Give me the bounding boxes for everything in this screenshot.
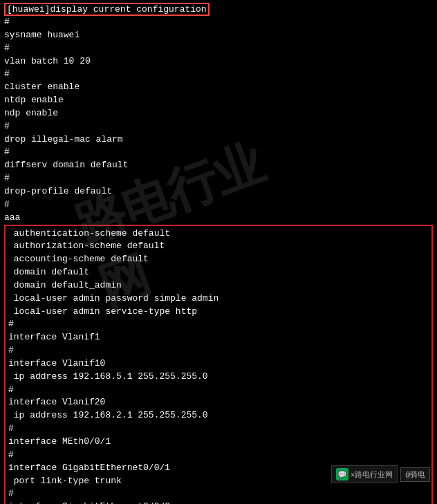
aaa-line: domain default_admin bbox=[8, 279, 429, 292]
line: vlan batch 10 20 bbox=[4, 55, 433, 68]
line: # bbox=[4, 198, 433, 212]
interface-vlanif1: interface Vlanif1 bbox=[8, 331, 429, 344]
line: ntdp enable bbox=[4, 94, 433, 107]
line: # bbox=[8, 344, 429, 357]
line: drop-profile default bbox=[4, 185, 433, 198]
port-link-type-trunk-1: port link-type trunk bbox=[8, 475, 429, 488]
line: sysname huawei bbox=[4, 29, 433, 42]
config-block: authentication-scheme default authorizat… bbox=[4, 225, 433, 505]
line: drop illegal-mac alarm bbox=[4, 133, 433, 147]
line: # bbox=[8, 318, 429, 331]
aaa-line: authentication-scheme default bbox=[8, 227, 429, 241]
line: # bbox=[8, 384, 429, 397]
ip-address-vlanif10: ip address 192.168.5.1 255.255.255.0 bbox=[8, 371, 429, 384]
interface-vlanif10: interface Vlanif10 bbox=[8, 357, 429, 371]
line: # bbox=[4, 16, 433, 29]
line: ndp enable bbox=[4, 107, 433, 120]
line: diffserv domain default bbox=[4, 159, 433, 172]
line: # bbox=[4, 42, 433, 55]
line: # bbox=[8, 422, 429, 436]
line: # bbox=[4, 146, 433, 159]
interface-ge002: interface GigabitEthernet0/0/2 bbox=[8, 501, 429, 504]
aaa-line: domain default bbox=[8, 266, 429, 279]
line: aaa bbox=[4, 212, 433, 225]
line: # bbox=[4, 172, 433, 185]
terminal-window: [huawei]display current configuration # … bbox=[0, 0, 437, 504]
interface-vlanif20: interface Vlanif20 bbox=[8, 396, 429, 409]
line: cluster enable bbox=[4, 81, 433, 94]
line: # bbox=[8, 487, 429, 501]
aaa-line: local-user admin password simple admin bbox=[8, 292, 429, 306]
interface-ge001: interface GigabitEthernet0/0/1 bbox=[8, 462, 429, 475]
line: # bbox=[4, 120, 433, 133]
interface-meth: interface MEth0/0/1 bbox=[8, 436, 429, 449]
aaa-line: authorization-scheme default bbox=[8, 240, 429, 253]
aaa-line: accounting-scheme default bbox=[8, 253, 429, 266]
line: # bbox=[8, 449, 429, 462]
command-line: [huawei]display current configuration bbox=[4, 3, 210, 16]
aaa-line: local-user admin service-type http bbox=[8, 306, 429, 319]
line: # bbox=[4, 68, 433, 81]
ip-address-vlanif20: ip address 192.168.2.1 255.255.255.0 bbox=[8, 409, 429, 422]
